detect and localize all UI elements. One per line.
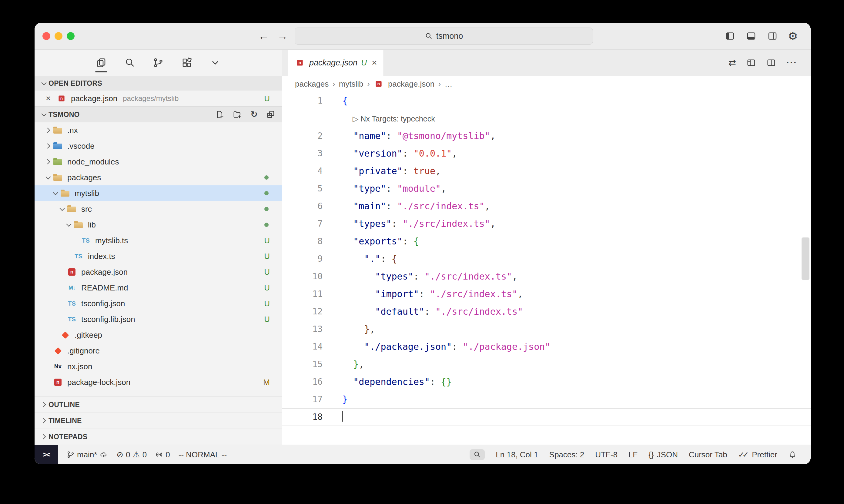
timeline-section-header[interactable]: TIMELINE bbox=[35, 413, 282, 429]
tree-item[interactable]: lib bbox=[35, 217, 282, 233]
code-line[interactable]: ▷ Nx Targets: typecheck bbox=[282, 110, 811, 127]
expand-chevron-icon[interactable] bbox=[71, 235, 81, 246]
expand-chevron-icon[interactable] bbox=[44, 377, 53, 388]
formatter-status[interactable]: ✓✓ Prettier bbox=[738, 450, 777, 460]
source-control-view-button[interactable] bbox=[152, 56, 165, 69]
code-line[interactable]: 17 } bbox=[282, 391, 811, 408]
code-line[interactable]: 1 { bbox=[282, 92, 811, 110]
search-view-button[interactable] bbox=[123, 56, 136, 69]
branch-status[interactable]: main* bbox=[67, 450, 108, 460]
expand-chevron-icon[interactable] bbox=[57, 204, 67, 214]
code-line[interactable]: 10 "types": "./src/index.ts", bbox=[282, 268, 811, 285]
open-changes-icon[interactable]: ⇄ bbox=[728, 58, 736, 67]
notifications-bell-icon[interactable] bbox=[788, 450, 797, 459]
tree-item[interactable]: tsconfig.lib.json U bbox=[35, 311, 282, 327]
expand-chevron-icon[interactable] bbox=[64, 251, 73, 262]
tree-item[interactable]: packages bbox=[35, 169, 282, 185]
code-line[interactable]: 13 }, bbox=[282, 321, 811, 338]
indentation[interactable]: Spaces: 2 bbox=[549, 450, 585, 460]
expand-chevron-icon[interactable] bbox=[44, 361, 53, 372]
command-center[interactable]: tsmono bbox=[295, 28, 593, 44]
notepads-section-header[interactable]: NOTEPADS bbox=[35, 429, 282, 445]
tree-item[interactable]: index.ts U bbox=[35, 248, 282, 264]
more-actions-icon[interactable]: ··· bbox=[787, 58, 797, 67]
tree-item[interactable]: node_modules bbox=[35, 154, 282, 169]
breadcrumb-mytslib[interactable]: mytslib bbox=[339, 79, 363, 89]
back-button[interactable]: ← bbox=[258, 23, 269, 49]
code-line[interactable]: 9 ".": { bbox=[282, 250, 811, 268]
breadcrumb-file[interactable]: package.json bbox=[388, 79, 434, 89]
tree-item[interactable]: README.md U bbox=[35, 280, 282, 295]
tree-item[interactable]: .gitkeep bbox=[35, 327, 282, 343]
forward-button[interactable]: → bbox=[277, 23, 288, 49]
expand-chevron-icon[interactable] bbox=[57, 314, 67, 324]
code-line[interactable]: 7 "types": "./src/index.ts", bbox=[282, 215, 811, 233]
expand-chevron-icon[interactable] bbox=[44, 141, 53, 151]
breadcrumb-packages[interactable]: packages bbox=[295, 79, 329, 89]
extensions-view-button[interactable] bbox=[180, 56, 193, 69]
expand-chevron-icon[interactable] bbox=[44, 346, 53, 356]
expand-chevron-icon[interactable] bbox=[44, 125, 53, 136]
code-editor[interactable]: 1 { ▷ Nx Targets: typecheck 2 "name": "@… bbox=[282, 92, 811, 445]
toggle-panel-icon[interactable] bbox=[745, 31, 757, 41]
code-line[interactable]: 4 "private": true, bbox=[282, 162, 811, 180]
workspace-header[interactable]: TSMONO ↻ bbox=[35, 106, 282, 122]
tree-item[interactable]: mytslib.ts U bbox=[35, 233, 282, 248]
code-line[interactable]: 11 "import": "./src/index.ts", bbox=[282, 285, 811, 303]
tree-item[interactable]: package-lock.json M bbox=[35, 374, 282, 390]
zoom-window-button[interactable] bbox=[67, 32, 74, 40]
code-line[interactable]: 15 }, bbox=[282, 356, 811, 373]
minimize-window-button[interactable] bbox=[55, 32, 63, 40]
tree-item[interactable]: .nx bbox=[35, 122, 282, 138]
new-folder-icon[interactable] bbox=[233, 110, 242, 119]
close-tab-icon[interactable]: × bbox=[372, 57, 377, 68]
expand-chevron-icon[interactable] bbox=[57, 267, 67, 277]
tab-package-json[interactable]: package.json U × bbox=[288, 50, 384, 76]
tree-item[interactable]: src bbox=[35, 201, 282, 217]
code-line[interactable]: 14 "./package.json": "./package.json" bbox=[282, 338, 811, 356]
code-line[interactable]: 3 "version": "0.0.1", bbox=[282, 145, 811, 162]
code-line[interactable]: 5 "type": "module", bbox=[282, 180, 811, 197]
toggle-secondary-sidebar-icon[interactable] bbox=[767, 31, 778, 41]
expand-chevron-icon[interactable] bbox=[57, 283, 67, 293]
language-mode[interactable]: {} JSON bbox=[649, 450, 678, 460]
code-line[interactable]: 6 "main": "./src/index.ts", bbox=[282, 197, 811, 215]
problems-status[interactable]: ⊘ 0 ⚠ 0 bbox=[116, 450, 147, 460]
toggle-primary-sidebar-icon[interactable] bbox=[724, 31, 736, 41]
code-line[interactable]: 12 "default": "./src/index.ts" bbox=[282, 303, 811, 321]
cursor-position[interactable]: Ln 18, Col 1 bbox=[496, 450, 538, 460]
expand-chevron-icon[interactable] bbox=[51, 188, 60, 198]
close-editor-icon[interactable]: × bbox=[44, 94, 53, 103]
expand-chevron-icon[interactable] bbox=[64, 220, 73, 230]
ports-status[interactable]: 0 bbox=[155, 450, 170, 460]
tree-item[interactable]: .gitignore bbox=[35, 343, 282, 359]
open-editor-item[interactable]: × package.json packages/mytslib U bbox=[35, 91, 282, 106]
expand-chevron-icon[interactable] bbox=[57, 298, 67, 309]
close-window-button[interactable] bbox=[42, 32, 50, 40]
refresh-icon[interactable]: ↻ bbox=[251, 110, 258, 119]
expand-chevron-icon[interactable] bbox=[44, 157, 53, 167]
settings-gear-icon[interactable]: ⚙ bbox=[788, 31, 798, 42]
tree-item[interactable]: nx.json bbox=[35, 359, 282, 374]
eol-sequence[interactable]: LF bbox=[628, 450, 638, 460]
code-line[interactable]: 8 "exports": { bbox=[282, 233, 811, 250]
outline-section-header[interactable]: OUTLINE bbox=[35, 396, 282, 413]
code-line[interactable]: 16 "dependencies": {} bbox=[282, 373, 811, 391]
more-views-button[interactable] bbox=[209, 56, 222, 69]
tree-item[interactable]: tsconfig.json U bbox=[35, 295, 282, 311]
tree-item[interactable]: package.json U bbox=[35, 264, 282, 280]
explorer-view-button[interactable] bbox=[94, 56, 108, 69]
cursor-tab-status[interactable]: Cursor Tab bbox=[689, 450, 727, 460]
collapse-all-icon[interactable] bbox=[266, 110, 275, 119]
breadcrumb-more[interactable]: … bbox=[444, 79, 452, 89]
split-editor-icon[interactable] bbox=[767, 58, 776, 68]
code-line[interactable]: 2 "name": "@tsmono/mytslib", bbox=[282, 127, 811, 145]
new-file-icon[interactable] bbox=[215, 110, 224, 119]
editor-scrollbar-thumb[interactable] bbox=[802, 237, 809, 280]
tree-item[interactable]: .vscode bbox=[35, 138, 282, 154]
remote-indicator[interactable]: >< bbox=[35, 445, 58, 464]
encoding[interactable]: UTF-8 bbox=[595, 450, 618, 460]
editor-layout-icon[interactable] bbox=[746, 58, 756, 68]
search-status-button[interactable] bbox=[470, 449, 485, 460]
code-line[interactable]: 18 bbox=[282, 408, 811, 426]
